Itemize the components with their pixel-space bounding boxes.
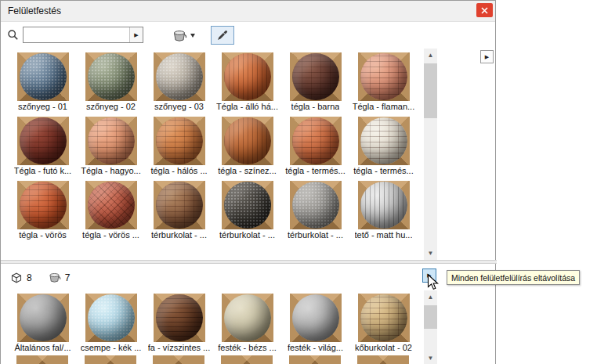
surface-painter-window: Felületfestés ▶ xyxy=(0,0,496,364)
material-tile[interactable]: Általános fal/... xyxy=(9,294,77,353)
material-sphere-thumbnail xyxy=(88,182,135,229)
material-preview-backdrop xyxy=(358,181,410,229)
overrides-header: 8 7 xyxy=(1,265,424,290)
toolbar-flyout-button[interactable]: ▶ xyxy=(480,50,494,63)
material-preview-backdrop xyxy=(17,294,69,342)
material-label: festék - bézs ... xyxy=(218,343,277,353)
material-label: szőnyeg - 02 xyxy=(86,102,136,112)
scrollbar-thumb[interactable] xyxy=(424,305,437,329)
material-sphere-thumbnail xyxy=(292,53,339,100)
material-preview-backdrop xyxy=(358,117,410,165)
eyedropper-button[interactable] xyxy=(211,26,234,45)
material-tile-partial[interactable] xyxy=(221,355,273,364)
material-tile[interactable]: Tégla - hagyo... xyxy=(77,117,145,176)
material-tile[interactable]: fa - vízszintes ... xyxy=(145,294,213,353)
scroll-down-icon: ▼ xyxy=(428,355,434,362)
mouse-cursor xyxy=(427,274,440,294)
material-label: Tégla - flaman... xyxy=(353,102,414,112)
material-preview-backdrop xyxy=(17,181,69,229)
material-preview-backdrop xyxy=(85,181,137,229)
window-titlebar[interactable]: Felületfestés xyxy=(1,1,495,22)
material-sphere-thumbnail xyxy=(20,53,67,100)
material-tile[interactable]: Tégla - álló há... xyxy=(213,52,281,112)
material-sphere-thumbnail xyxy=(88,117,135,164)
material-tile[interactable]: térburkolat - ... xyxy=(145,181,213,240)
material-tile[interactable]: szőnyeg - 01 xyxy=(9,52,77,112)
search-dropdown-button[interactable]: ▶ xyxy=(129,27,143,42)
material-label: Tégla - futó k... xyxy=(14,166,71,176)
material-tile[interactable]: tégla - termés... xyxy=(281,117,349,176)
eyedropper-icon xyxy=(216,29,229,41)
material-sphere-thumbnail xyxy=(224,182,271,229)
material-tile[interactable]: szőnyeg - 02 xyxy=(77,52,145,112)
splitter-handle[interactable] xyxy=(1,260,497,264)
material-tile[interactable]: térburkolat - ... xyxy=(213,181,281,240)
close-icon xyxy=(481,7,488,14)
material-sphere-thumbnail xyxy=(292,117,339,164)
material-sphere-thumbnail xyxy=(360,294,407,341)
search-icon xyxy=(7,29,19,44)
scroll-down-button[interactable]: ▼ xyxy=(424,247,437,260)
material-preview-backdrop xyxy=(358,52,410,101)
scrollbar-bottom[interactable]: ▲ ▼ xyxy=(424,290,437,364)
scroll-down-icon: ▼ xyxy=(428,250,434,257)
material-tile[interactable]: kőburkolat - 02 xyxy=(349,294,418,353)
material-sphere-thumbnail xyxy=(156,182,203,229)
material-preview-backdrop xyxy=(290,294,342,342)
material-tile-partial[interactable] xyxy=(357,355,409,364)
scroll-up-button[interactable]: ▲ xyxy=(424,49,437,62)
scrollbar-thumb[interactable] xyxy=(424,63,437,118)
material-preview-backdrop xyxy=(222,294,273,342)
material-tile[interactable]: tégla - színez... xyxy=(213,117,281,176)
material-tile[interactable]: Tégla - flaman... xyxy=(349,52,418,112)
bucket-count: 7 xyxy=(65,272,71,283)
material-preview-backdrop xyxy=(154,181,205,229)
material-tile[interactable]: tégla - barna xyxy=(281,52,349,112)
material-label: szőnyeg - 03 xyxy=(154,102,204,112)
material-tile[interactable]: Tégla - futó k... xyxy=(9,117,77,176)
material-label: tető - matt hu... xyxy=(355,230,413,240)
scrollbar-top[interactable]: ▲ ▼ xyxy=(424,49,437,260)
material-preview-backdrop xyxy=(85,117,137,165)
partial-next-row xyxy=(16,355,424,364)
material-tile[interactable]: tégla - vörös ... xyxy=(77,181,145,240)
material-sphere-thumbnail xyxy=(156,53,203,100)
close-button[interactable] xyxy=(476,3,493,17)
cube-icon xyxy=(10,272,23,284)
material-tile[interactable]: térburkolat - ... xyxy=(281,181,349,240)
material-tile[interactable]: festék - világ... xyxy=(281,294,349,353)
material-preview-backdrop xyxy=(85,52,137,101)
material-sphere-thumbnail xyxy=(292,182,339,229)
material-tile-partial[interactable] xyxy=(153,355,204,364)
material-tile-partial[interactable] xyxy=(289,355,341,364)
material-label: Tégla - hagyo... xyxy=(81,166,140,176)
material-tile-partial[interactable] xyxy=(16,355,68,364)
material-sphere-thumbnail xyxy=(224,53,271,100)
material-preview-backdrop xyxy=(154,52,205,101)
material-sphere-thumbnail xyxy=(156,117,203,164)
material-tile-partial[interactable] xyxy=(85,355,136,364)
material-sphere-thumbnail xyxy=(88,53,135,100)
dropdown-arrow-icon: ▶ xyxy=(134,32,138,38)
paint-bucket-small-icon xyxy=(48,272,61,283)
material-preview-backdrop xyxy=(222,52,273,101)
material-tile[interactable]: csempe - kék ... xyxy=(77,294,145,353)
material-sphere-thumbnail xyxy=(20,182,67,229)
material-tile[interactable]: szőnyeg - 03 xyxy=(145,52,213,112)
materials-grid-bottom: Általános fal/... csempe - kék ... fa - … xyxy=(9,294,424,353)
material-tile[interactable]: tégla - hálós ... xyxy=(145,117,213,176)
search-input[interactable] xyxy=(25,28,128,41)
material-tile[interactable]: tégla - vörös xyxy=(9,181,77,240)
material-preview-backdrop xyxy=(358,294,410,342)
material-tile[interactable]: tető - matt hu... xyxy=(349,181,418,240)
scroll-up-icon: ▲ xyxy=(428,294,434,301)
paint-bucket-button[interactable] xyxy=(167,26,200,45)
material-sphere-thumbnail xyxy=(88,294,135,341)
scroll-down-button[interactable]: ▼ xyxy=(424,351,437,364)
material-sphere-thumbnail xyxy=(224,117,271,164)
material-tile[interactable]: tégla - termés... xyxy=(349,117,418,176)
material-preview-backdrop xyxy=(85,294,137,342)
material-sphere-thumbnail xyxy=(156,294,203,341)
window-title: Felületfestés xyxy=(8,5,61,16)
material-tile[interactable]: festék - bézs ... xyxy=(213,294,281,353)
